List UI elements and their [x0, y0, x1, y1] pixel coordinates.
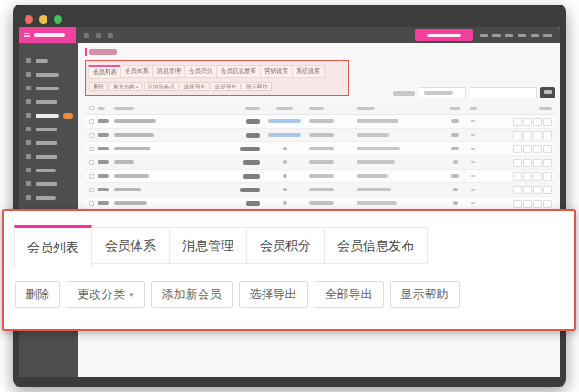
tab-member-info-publish[interactable]: 会员信息发布 [216, 65, 261, 78]
email-link[interactable] [268, 119, 301, 123]
sidebar-item-label-placeholder [36, 100, 57, 104]
row-action-button[interactable] [513, 186, 522, 194]
zoom-window-button[interactable] [54, 15, 62, 24]
column-header-placeholder [245, 107, 260, 110]
row-action-button[interactable] [543, 159, 552, 167]
tab-message-management[interactable]: 消息管理 [152, 65, 185, 78]
row-action-button[interactable] [533, 200, 542, 208]
row-checkbox[interactable] [89, 133, 94, 138]
sidebar-item[interactable] [19, 81, 78, 95]
row-checkbox[interactable] [89, 147, 94, 151]
column-header-placeholder [98, 107, 105, 110]
row-action-button[interactable] [513, 200, 522, 208]
select-all-checkbox[interactable] [89, 106, 94, 110]
sidebar-item-label-placeholder [36, 196, 56, 200]
navbar-menu-item[interactable] [492, 34, 501, 37]
row-action-button[interactable] [523, 159, 532, 167]
row-action-button[interactable] [513, 131, 522, 139]
sidebar-item-label-placeholder [36, 169, 56, 172]
sidebar-item-label-placeholder [36, 114, 59, 118]
sidebar-item[interactable] [19, 95, 78, 108]
tab-system-settings[interactable]: 系统设置 [292, 65, 325, 78]
search-button[interactable] [540, 87, 555, 98]
sidebar-item[interactable] [19, 191, 78, 204]
show-help-button[interactable]: 显示帮助 [390, 281, 460, 308]
account-button[interactable] [415, 29, 473, 41]
change-category-button[interactable]: 更改分类▾ [67, 281, 145, 308]
row-action-button[interactable] [543, 186, 552, 194]
row-action-button[interactable] [543, 118, 552, 126]
navbar-icon[interactable] [84, 33, 89, 38]
row-action-button[interactable] [533, 159, 542, 167]
column-header-placeholder [539, 107, 552, 110]
row-action-button[interactable] [533, 145, 542, 153]
table-row[interactable] [85, 129, 555, 142]
sidebar-item-label-placeholder [36, 141, 57, 145]
row-action-button[interactable] [523, 172, 532, 181]
row-action-button[interactable] [523, 131, 532, 139]
row-action-button[interactable] [533, 172, 542, 181]
row-action-button[interactable] [543, 172, 552, 181]
row-action-button[interactable] [513, 145, 522, 153]
navbar-menu-item[interactable] [518, 34, 526, 37]
row-checkbox[interactable] [89, 119, 94, 124]
navbar-icon[interactable] [96, 33, 101, 38]
email-link[interactable] [268, 133, 301, 137]
sidebar-item[interactable] [19, 163, 78, 177]
export-selected-button[interactable]: 选择导出 [239, 281, 308, 308]
export-all-button[interactable]: 全部导出 [315, 281, 384, 308]
delete-button[interactable]: 删除 [15, 281, 60, 308]
sidebar-item-members-active[interactable] [19, 108, 78, 122]
add-member-button[interactable]: 添加新会员 [151, 281, 233, 308]
sidebar-item[interactable] [19, 150, 78, 163]
tab-member-system[interactable]: 会员体系 [91, 227, 170, 264]
row-action-button[interactable] [523, 145, 532, 153]
close-window-button[interactable] [25, 15, 33, 24]
tab-member-list[interactable]: 会员列表 [14, 225, 92, 267]
row-action-button[interactable] [513, 172, 522, 181]
row-action-button[interactable] [543, 200, 552, 208]
search-input[interactable] [470, 87, 537, 98]
table-row[interactable] [85, 142, 555, 156]
row-action-button[interactable] [543, 131, 552, 139]
tab-message-management[interactable]: 消息管理 [169, 227, 247, 264]
sidebar-item[interactable] [19, 67, 78, 81]
row-action-button[interactable] [543, 145, 552, 153]
table-row[interactable] [85, 115, 555, 129]
tab-member-info-publish[interactable]: 会员信息发布 [324, 227, 428, 264]
row-checkbox[interactable] [89, 201, 94, 206]
row-checkbox[interactable] [89, 174, 94, 179]
top-navbar [19, 27, 560, 43]
row-action-button[interactable] [523, 186, 532, 194]
row-action-button[interactable] [513, 118, 522, 126]
navbar-menu-item[interactable] [505, 34, 513, 37]
tab-marketing-settings[interactable]: 营销设置 [260, 65, 293, 78]
filter-select[interactable] [419, 87, 466, 98]
navbar-menu-item[interactable] [543, 34, 552, 37]
table-row[interactable] [85, 170, 555, 183]
app-logo[interactable] [19, 27, 76, 43]
row-action-button[interactable] [533, 118, 542, 126]
table-header-row [85, 102, 555, 115]
row-action-button[interactable] [533, 186, 542, 194]
tab-member-system[interactable]: 会员体系 [120, 65, 153, 78]
navbar-menu-item[interactable] [480, 34, 488, 37]
table-row[interactable] [85, 156, 555, 170]
table-row[interactable] [85, 183, 555, 197]
row-action-button[interactable] [533, 131, 542, 139]
sidebar-item[interactable] [19, 54, 78, 67]
minimize-window-button[interactable] [39, 15, 47, 24]
sidebar-item[interactable] [19, 122, 78, 136]
row-action-button[interactable] [513, 159, 522, 167]
navbar-menu-item[interactable] [531, 34, 539, 37]
navbar-icon[interactable] [108, 33, 113, 38]
sidebar-item[interactable] [19, 136, 78, 150]
tab-member-points[interactable]: 会员积分 [184, 65, 217, 78]
sidebar-item[interactable] [19, 177, 78, 191]
row-checkbox[interactable] [89, 160, 94, 165]
row-action-button[interactable] [523, 118, 532, 126]
tab-member-list[interactable]: 会员列表 [88, 65, 121, 79]
row-checkbox[interactable] [89, 188, 94, 192]
tab-member-points[interactable]: 会员积分 [246, 227, 325, 264]
row-action-button[interactable] [523, 200, 532, 208]
